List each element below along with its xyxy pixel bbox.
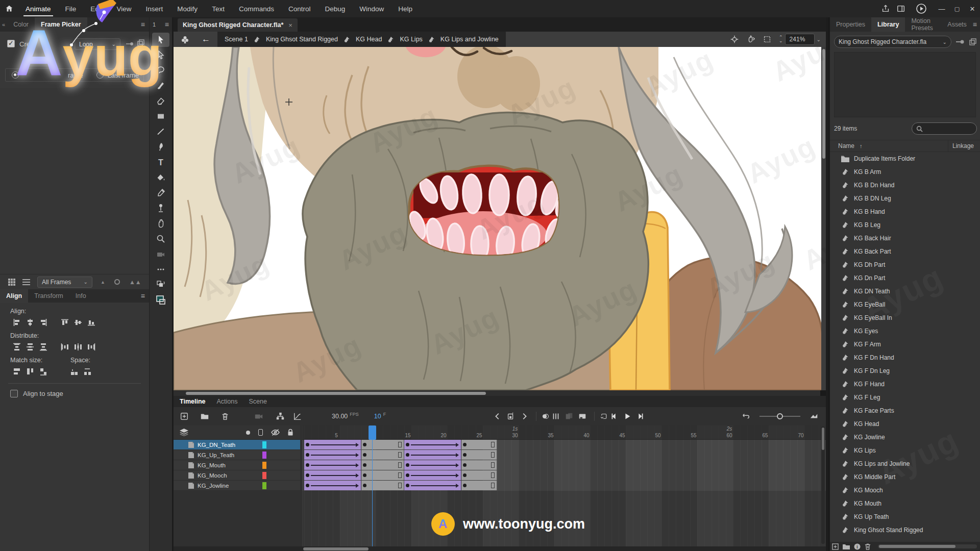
menu-insert[interactable]: Insert [139,0,170,17]
eyedropper-tool[interactable] [152,186,169,200]
breadcrumb-item[interactable]: Scene 1 [225,36,248,43]
onion-skin-icon[interactable] [536,412,549,421]
workspace-icon[interactable] [893,0,909,17]
rectangle-tool[interactable] [152,109,169,123]
document-tab[interactable]: King Ghost Rigged Character.fla* × [178,18,298,32]
playhead-marker[interactable] [369,425,376,440]
library-item[interactable]: KG Mouth [830,497,980,510]
matchspace-button-5[interactable] [81,366,94,377]
matchspace-button-3[interactable] [37,366,50,377]
library-item[interactable]: KG B Hand [830,205,980,218]
stage-hscrollbar[interactable] [174,390,826,396]
distribute-button-5[interactable] [71,341,85,353]
thumb-large-icon[interactable]: ▲▲ [129,279,141,286]
loop-playback-icon[interactable] [594,412,607,421]
highlight-layers-icon[interactable] [246,431,250,435]
hide-layers-icon[interactable] [271,429,280,436]
close-tab-icon[interactable]: × [288,21,292,29]
panel-menu-icon[interactable]: ≡ [141,292,145,300]
step-forward-icon[interactable] [634,412,647,421]
rotate-hand-icon[interactable] [744,35,757,44]
distribute-button-2[interactable] [23,341,37,353]
step-back-icon[interactable] [607,412,621,421]
resize-timeline-icon[interactable] [807,412,821,421]
reset-timeline-zoom-icon[interactable] [739,412,752,421]
tab-properties[interactable]: Properties [830,17,871,32]
subselection-tool[interactable] [152,48,169,62]
graph-editor-icon[interactable] [291,412,304,421]
camera-icon[interactable] [252,412,265,421]
layer-parenting-icon[interactable] [274,412,287,421]
tab-color[interactable]: Color [7,17,35,32]
center-stage-icon[interactable] [728,35,741,44]
frame-picker-checkbox[interactable] [7,40,15,47]
layer-KG_DN_Teath[interactable]: KG_DN_Teath [174,440,300,450]
library-item[interactable]: KG F Arm [830,338,980,351]
layer-color-swatch[interactable] [262,472,266,479]
layer-frames-row[interactable] [302,440,826,450]
more-tools[interactable] [152,262,169,277]
edit-multiple-frames-icon[interactable] [562,412,576,421]
tab-assets[interactable]: Assets [941,17,973,32]
stage-vscrollbar[interactable] [821,47,826,390]
breadcrumb-item[interactable]: KG Head [356,36,382,43]
library-item[interactable]: KG Back Part [830,245,980,258]
text-tool[interactable]: T [152,155,169,169]
library-item[interactable]: KG Eyes [830,324,980,338]
library-search-input[interactable] [912,122,977,135]
layer-KG_Jowline[interactable]: KG_Jowline [174,481,300,491]
library-item[interactable]: KG DN Teath [830,285,980,298]
library-hscrollbar[interactable] [878,544,977,548]
delete-layer-button[interactable] [218,412,232,421]
menu-commands[interactable]: Commands [232,0,281,17]
new-library-panel-icon[interactable] [969,38,977,46]
back-arrow-icon[interactable]: ← [202,34,210,44]
library-item[interactable]: KG F Hand [830,378,980,391]
show-outlines-icon[interactable] [258,429,263,436]
edit-symbols-icon[interactable] [181,35,189,44]
library-item[interactable]: KG B DN Leg [830,192,980,205]
menu-text[interactable]: Text [205,0,232,17]
insert-keyframe-icon[interactable] [504,412,518,421]
collapse-icon[interactable]: « [2,21,5,28]
line-tool[interactable] [152,124,169,139]
menu-window[interactable]: Window [352,0,391,17]
last-frame-radio[interactable] [96,71,104,79]
library-item[interactable]: KG Up Teath [830,510,980,523]
delete-item-button[interactable] [865,543,871,550]
loop-dropdown[interactable]: Loop⌄ [75,38,120,50]
matchspace-button-2[interactable] [23,366,37,377]
hand-tool[interactable] [152,216,169,231]
layer-KG_Up_Teath[interactable]: KG_Up_Teath [174,450,300,460]
library-document-dropdown[interactable]: King Ghost Rigged Character.fla⌄ [834,36,951,48]
modify-markers-icon[interactable] [576,412,589,421]
library-item[interactable]: KG Mooch [830,484,980,497]
new-symbol-button[interactable] [832,543,839,550]
distribute-button-4[interactable] [58,341,71,353]
align-button-2[interactable] [23,317,37,328]
new-folder-button[interactable] [198,412,211,421]
library-item[interactable]: KG Back Hair [830,232,980,245]
fill-color-swatch[interactable] [152,293,169,307]
layer-frames-row[interactable] [302,481,826,491]
distribute-button-6[interactable] [85,341,98,353]
align-button-3[interactable] [37,317,50,328]
library-item[interactable]: KG Head [830,417,980,431]
align-button-6[interactable] [85,317,98,328]
library-item[interactable]: KG F Leg [830,391,980,404]
tab-transform[interactable]: Transform [28,289,69,303]
stage-canvas[interactable]: AyugAyugAyugAyugAyugAyugAyugAyugAyugAyug… [174,47,826,390]
library-item[interactable]: KG Dn Part [830,271,980,285]
menu-help[interactable]: Help [391,0,420,17]
clip-content-icon[interactable] [761,35,774,44]
first-frame-radio[interactable] [12,71,19,79]
panel-menu-icon[interactable]: ≡ [141,20,145,29]
layer-frames-row[interactable] [302,460,826,470]
link-icon[interactable] [126,41,134,47]
library-item[interactable]: KG Lips and Jowline [830,457,980,470]
align-button-5[interactable] [71,317,85,328]
tools-menu-icon[interactable]: ≡ [165,20,169,29]
column-name[interactable]: Name [838,142,854,149]
tab-timeline[interactable]: Timeline [180,398,205,405]
library-item[interactable]: KG Middle Part [830,470,980,484]
